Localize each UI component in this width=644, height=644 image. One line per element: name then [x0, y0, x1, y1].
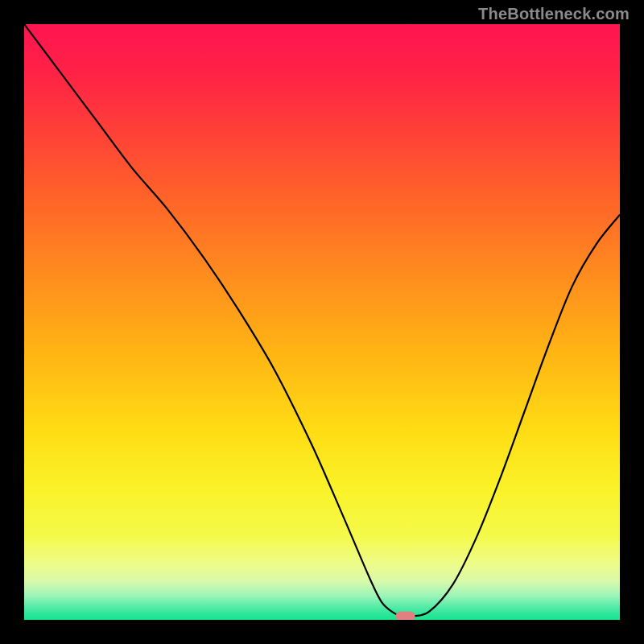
optimal-point-marker [396, 612, 415, 620]
chart-container: TheBottleneck.com [0, 0, 644, 644]
plot-area [24, 24, 620, 620]
watermark-text: TheBottleneck.com [478, 5, 630, 23]
chart-svg [24, 24, 620, 620]
gradient-background [24, 24, 620, 620]
